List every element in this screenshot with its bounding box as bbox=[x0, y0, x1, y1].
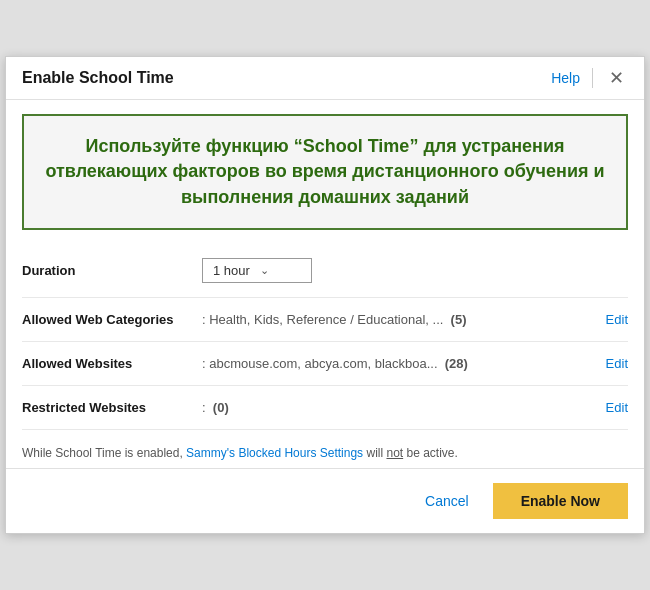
restricted-websites-value: : (0) bbox=[202, 400, 598, 415]
allowed-web-categories-row: Allowed Web Categories : Health, Kids, R… bbox=[22, 298, 628, 342]
dialog-body: Duration 1 hour ⌄ Allowed Web Categories… bbox=[6, 244, 644, 468]
allowed-web-categories-label: Allowed Web Categories bbox=[22, 312, 202, 327]
duration-label: Duration bbox=[22, 263, 202, 278]
duration-value: 1 hour bbox=[213, 263, 250, 278]
cancel-button[interactable]: Cancel bbox=[413, 485, 481, 517]
allowed-websites-value: : abcmouse.com, abcya.com, blackboa... (… bbox=[202, 356, 598, 371]
notice-not: not bbox=[386, 446, 403, 460]
dialog-header: Enable School Time Help ✕ bbox=[6, 57, 644, 100]
header-divider bbox=[592, 68, 593, 88]
allowed-websites-label: Allowed Websites bbox=[22, 356, 202, 371]
dialog-footer: Cancel Enable Now bbox=[6, 468, 644, 533]
restricted-websites-label: Restricted Websites bbox=[22, 400, 202, 415]
dialog: Enable School Time Help ✕ Используйте фу… bbox=[5, 56, 645, 534]
restricted-websites-row: Restricted Websites : (0) Edit bbox=[22, 386, 628, 430]
header-right: Help ✕ bbox=[551, 67, 628, 89]
allowed-web-categories-value: : Health, Kids, Reference / Educational,… bbox=[202, 312, 598, 327]
banner: Используйте функцию “School Time” для ус… bbox=[22, 114, 628, 230]
dialog-title: Enable School Time bbox=[22, 69, 174, 87]
restricted-websites-edit[interactable]: Edit bbox=[606, 400, 628, 415]
duration-dropdown[interactable]: 1 hour ⌄ bbox=[202, 258, 312, 283]
duration-row: Duration 1 hour ⌄ bbox=[22, 244, 628, 298]
close-button[interactable]: ✕ bbox=[605, 67, 628, 89]
allowed-websites-edit[interactable]: Edit bbox=[606, 356, 628, 371]
notice-name: Sammy's Blocked Hours Settings bbox=[186, 446, 363, 460]
notice: While School Time is enabled, Sammy's Bl… bbox=[22, 430, 628, 468]
allowed-web-categories-edit[interactable]: Edit bbox=[606, 312, 628, 327]
chevron-down-icon: ⌄ bbox=[260, 264, 269, 277]
banner-text: Используйте функцию “School Time” для ус… bbox=[44, 134, 606, 210]
help-link[interactable]: Help bbox=[551, 70, 580, 86]
enable-now-button[interactable]: Enable Now bbox=[493, 483, 628, 519]
allowed-websites-row: Allowed Websites : abcmouse.com, abcya.c… bbox=[22, 342, 628, 386]
